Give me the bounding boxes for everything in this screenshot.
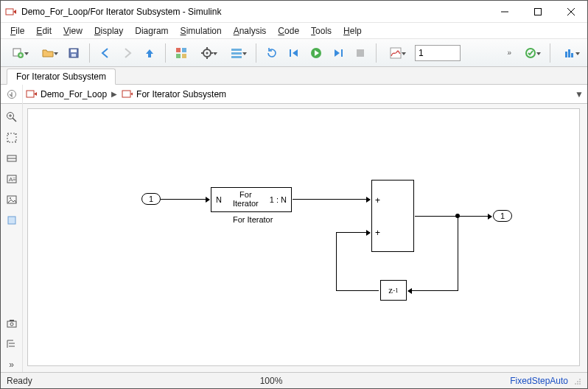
svg-rect-22 <box>231 56 242 58</box>
tab-label: For Iterator Subsystem <box>16 71 106 82</box>
image-icon[interactable] <box>4 192 19 207</box>
simulation-stop-time-field[interactable]: 1 <box>415 45 461 61</box>
breadcrumb-subsystem[interactable]: For Iterator Subsystem <box>119 85 229 103</box>
svg-rect-48 <box>10 320 14 321</box>
back-button[interactable] <box>96 43 115 63</box>
signal-inport-to-for[interactable] <box>161 199 209 200</box>
menu-file[interactable]: File <box>5 24 29 38</box>
hide-navigate-button[interactable] <box>1 85 23 104</box>
svg-rect-29 <box>565 52 567 57</box>
for-iter-right: 1 : N <box>270 195 287 204</box>
step-back-button[interactable] <box>284 43 304 63</box>
signal-delay-to-sum[interactable] <box>336 232 370 233</box>
sum-block[interactable]: + + <box>371 180 414 252</box>
for-iter-left: N <box>216 195 222 204</box>
new-model-button[interactable] <box>5 43 32 63</box>
svg-rect-2 <box>534 8 541 15</box>
statusbar: Ready 100% FixedStepAuto <box>1 372 587 388</box>
area-icon[interactable] <box>4 213 19 228</box>
svg-rect-25 <box>341 49 343 57</box>
tab-for-iterator-subsystem[interactable]: For Iterator Subsystem <box>7 69 116 85</box>
menu-help[interactable]: Help <box>338 24 367 38</box>
svg-line-36 <box>13 118 16 122</box>
svg-rect-13 <box>182 54 186 58</box>
resize-grip-icon <box>573 376 581 385</box>
unit-delay-block[interactable]: z-1 <box>380 280 407 301</box>
signal-sum-out-a[interactable] <box>415 216 458 217</box>
menubar: File Edit View Display Diagram Simulatio… <box>1 23 587 39</box>
menu-display[interactable]: Display <box>89 24 128 38</box>
svg-point-15 <box>206 52 209 54</box>
palette: A≡ » <box>1 104 23 372</box>
model-browser-icon[interactable] <box>4 337 19 351</box>
status-ready: Ready <box>7 376 32 386</box>
zoom-in-icon[interactable] <box>4 110 19 125</box>
model-config-button[interactable] <box>194 43 220 63</box>
svg-point-45 <box>10 197 11 199</box>
menu-simulation[interactable]: Simulation <box>175 24 227 38</box>
forward-button[interactable] <box>118 43 137 63</box>
menu-edit[interactable]: Edit <box>31 24 57 38</box>
menu-code[interactable]: Code <box>273 24 304 38</box>
toolbar-overflow[interactable]: » <box>504 49 514 57</box>
menu-diagram[interactable]: Diagram <box>130 24 173 38</box>
breadcrumb-root[interactable]: Demo_For_Loop <box>23 85 110 103</box>
update-diagram-button[interactable] <box>517 43 544 63</box>
menu-view[interactable]: View <box>58 24 88 38</box>
build-button[interactable] <box>556 43 583 63</box>
fast-restart-button[interactable] <box>262 43 281 63</box>
signal-feedback-down[interactable] <box>458 216 458 290</box>
signal-for-to-sum[interactable] <box>293 199 370 200</box>
outport-block[interactable]: 1 <box>493 210 512 222</box>
breadcrumb-menu[interactable]: ▼ <box>571 89 587 99</box>
annotation-icon[interactable]: A≡ <box>4 172 19 186</box>
svg-rect-9 <box>71 54 76 57</box>
toggle-perspectives-icon[interactable] <box>4 151 19 166</box>
sim-time-value: 1 <box>419 48 424 58</box>
status-zoom[interactable]: 100% <box>227 376 315 386</box>
inport-block[interactable]: 1 <box>141 193 161 205</box>
tabstrip: For Iterator Subsystem <box>1 67 587 85</box>
run-button[interactable] <box>307 43 326 63</box>
svg-point-58 <box>577 381 578 382</box>
workarea: A≡ » 1 N For Iterator 1 : N For <box>1 104 587 372</box>
screenshot-icon[interactable] <box>4 316 19 331</box>
svg-rect-8 <box>71 49 77 52</box>
fit-to-view-icon[interactable] <box>4 130 19 145</box>
save-button[interactable] <box>64 43 83 63</box>
for-iterator-block[interactable]: N For Iterator 1 : N <box>211 187 292 212</box>
menu-tools[interactable]: Tools <box>306 24 337 38</box>
breadcrumb-separator: ▶ <box>110 90 119 98</box>
canvas[interactable]: 1 N For Iterator 1 : N For Iterator + + <box>27 108 580 366</box>
data-inspector-button[interactable] <box>382 43 409 63</box>
signal-sum-to-outport[interactable] <box>458 216 491 217</box>
minimize-button[interactable] <box>488 1 521 22</box>
inport-number: 1 <box>149 194 153 203</box>
step-forward-button[interactable] <box>329 43 348 63</box>
status-solver[interactable]: FixedStepAuto <box>510 376 573 386</box>
library-browser-button[interactable] <box>172 43 191 63</box>
svg-rect-23 <box>290 49 291 57</box>
stop-button[interactable] <box>351 43 370 63</box>
signal-feedback-to-delay[interactable] <box>408 290 458 291</box>
palette-overflow[interactable]: » <box>4 357 19 372</box>
open-button[interactable] <box>35 43 61 63</box>
outport-number: 1 <box>500 211 505 220</box>
breadcrumb-bar: Demo_For_Loop ▶ For Iterator Subsystem ▼ <box>1 85 587 104</box>
model-explorer-button[interactable] <box>223 43 250 63</box>
svg-rect-20 <box>231 49 242 51</box>
up-button[interactable] <box>140 43 159 63</box>
svg-rect-10 <box>176 48 181 52</box>
maximize-button[interactable] <box>521 1 554 22</box>
svg-point-56 <box>579 381 581 382</box>
sum-sign-2: + <box>375 228 380 238</box>
svg-rect-30 <box>568 49 570 57</box>
signal-delay-out-v[interactable] <box>336 232 337 291</box>
svg-text:A≡: A≡ <box>9 176 16 183</box>
svg-rect-47 <box>7 321 16 327</box>
signal-delay-out-h[interactable] <box>336 290 379 291</box>
toolbar: 1 » <box>1 39 587 67</box>
menu-analysis[interactable]: Analysis <box>228 24 272 38</box>
svg-rect-26 <box>357 49 364 57</box>
close-button[interactable] <box>554 1 587 22</box>
